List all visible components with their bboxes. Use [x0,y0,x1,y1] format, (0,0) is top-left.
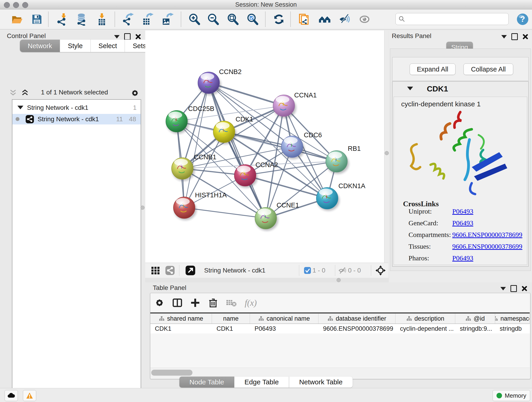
warning-status-button[interactable] [23,390,36,401]
node-RB1[interactable] [326,151,349,174]
export-image-button[interactable] [161,13,174,26]
show-columns-icon[interactable] [172,298,182,308]
close-panel-icon[interactable] [135,34,141,39]
node-HIST1H1A[interactable] [173,197,196,220]
network-share-button[interactable] [163,265,177,275]
zoom-fit-button[interactable] [226,13,239,26]
float-panel-icon[interactable] [114,35,120,38]
panel-resize-handle[interactable] [140,206,145,210]
open-session-button[interactable] [10,13,23,26]
crosslink-link[interactable]: 9606.ENSP00000378699 [452,231,522,239]
close-panel-icon[interactable] [522,34,528,39]
table-cell[interactable]: 9606.ENSP00000378699 [318,324,395,333]
import-string-document-button[interactable] [298,13,311,26]
table-cell[interactable]: CDK1 [212,324,250,333]
node-CDK1[interactable] [213,121,236,144]
network-row-selected[interactable]: String Network - cdk1 11 48 [12,114,141,124]
crosslink-link[interactable]: 9606.ENSP00000378699 [452,242,522,250]
node-CCNA2[interactable] [234,165,258,188]
import-network-file-button[interactable] [55,13,69,26]
node-label-CCNA2: CCNA2 [255,161,278,168]
column-header-namespace[interactable]: namespace [495,313,530,324]
table-row[interactable]: CDK1CDK1P064939606.ENSP00000378699cyclin… [150,324,530,333]
node-CDKN1A[interactable] [317,187,340,211]
cloud-status-button[interactable] [5,390,18,401]
export-table-button[interactable] [141,13,154,26]
gear-icon[interactable] [154,298,165,308]
column-header-shared-name[interactable]: shared name [150,313,212,324]
collapse-all-button[interactable]: Collapse All [463,64,513,75]
results-panel: Results Panel String Expand All Collapse… [389,31,532,282]
crosslink-link[interactable]: P06493 [452,207,473,215]
edge-CCNB2-HIST1H1A[interactable] [184,83,209,208]
tab-edge-table[interactable]: Edge Table [234,376,289,388]
open-in-browser-button[interactable] [182,265,199,276]
gene-card-header[interactable]: CDK1 [393,82,528,96]
collapse-triangle-icon[interactable] [407,87,413,90]
selected-checkbox[interactable] [302,267,312,274]
node-CCNA1[interactable] [273,95,296,118]
crosslink-link[interactable]: P06493 [452,219,473,227]
gear-icon[interactable] [131,89,139,97]
help-button[interactable]: ? [516,13,529,26]
memory-button[interactable]: Memory [493,390,530,401]
collapse-triangle-icon[interactable] [17,106,23,109]
zoom-fit-icon [226,13,239,26]
import-network-icon [56,13,68,26]
expand-all-button[interactable]: Expand All [410,64,456,75]
maximize-panel-icon[interactable] [124,33,131,40]
string-home-button[interactable] [318,13,331,26]
hidden-toggle[interactable] [337,267,348,274]
refresh-icon [272,13,285,26]
column-header-description[interactable]: description [395,313,455,324]
maximize-panel-icon[interactable] [511,33,518,40]
table-cell[interactable]: cyclin-dependent ... [395,324,455,333]
network-collection-row[interactable]: String Network - cdk1 1 [12,102,141,113]
tab-network-table[interactable]: Network Table [289,376,353,388]
table-cell[interactable]: CDK1 [150,324,212,333]
refresh-button[interactable] [272,13,285,26]
table-cell[interactable]: stringdb [495,324,530,333]
title-bar: Session: New Session [0,0,532,9]
gene-description: cyclin-dependent kinase 1 [401,100,481,108]
column-header-canonical-name[interactable]: canonical name [250,313,318,324]
import-network-from-database-button[interactable] [75,13,88,26]
search-input[interactable] [408,14,506,23]
node-CDC25B[interactable] [166,110,189,134]
column-header-database-identifier[interactable]: database identifier [318,313,395,324]
birdseye-button[interactable] [374,265,388,276]
tab-select[interactable]: Select [91,40,125,52]
save-session-button[interactable] [30,13,44,26]
show-glass-button[interactable] [358,13,371,26]
delete-table-icon-disabled [226,298,237,307]
node-label-CCNB2: CCNB2 [219,68,241,75]
maximize-panel-icon[interactable] [510,285,517,292]
zoom-out-button[interactable] [206,13,220,26]
tab-style[interactable]: Style [60,40,90,52]
crosslink-link[interactable]: P06493 [452,254,473,262]
footer-separator [335,265,335,276]
zoom-selected-button[interactable] [246,13,259,26]
column-header--id[interactable]: @id [455,313,495,324]
add-column-icon[interactable] [190,298,200,308]
scrollbar-handle[interactable] [385,151,389,155]
network-canvas[interactable]: CCNB2CCNA1CDC25BCDK1CDC6RB1CCNB1CCNA2CDK… [145,31,384,263]
grid-view-button[interactable] [148,266,163,275]
delete-column-icon[interactable] [208,298,218,308]
tab-network[interactable]: Network [20,40,60,52]
zoom-in-button[interactable] [188,13,201,26]
column-header-name[interactable]: name [212,313,250,324]
column-label: namespace [500,315,530,322]
hide-glass-button[interactable] [338,13,351,26]
float-panel-icon[interactable] [501,35,507,38]
network-column-icon [465,316,471,321]
import-table-file-button[interactable] [95,13,108,26]
export-network-button[interactable] [122,13,135,26]
tab-node-table[interactable]: Node Table [179,376,234,388]
close-panel-icon[interactable] [521,286,527,291]
table-cell[interactable]: P06493 [250,324,318,333]
table-cell[interactable]: stringdb:9... [455,324,495,333]
scrollbar-thumb[interactable] [151,370,192,376]
float-panel-icon[interactable] [500,287,506,290]
divider-handle[interactable] [336,278,341,282]
